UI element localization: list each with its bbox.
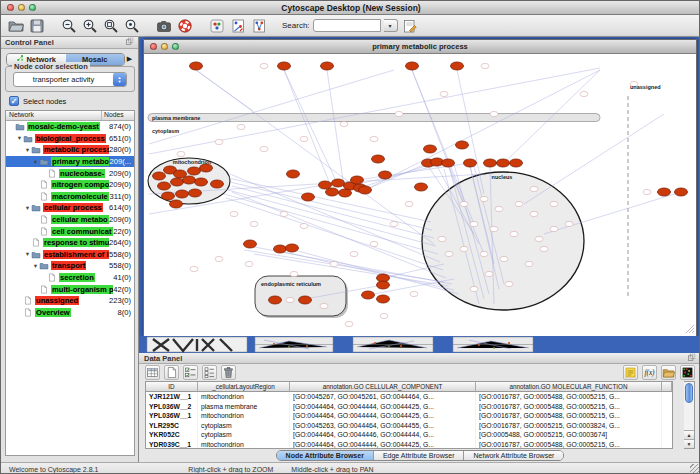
tree-row-secretion[interactable]: secretion41(0)	[6, 272, 134, 284]
node-unselected[interactable]	[500, 256, 508, 261]
table-row[interactable]: YPL036W__1mitochondrion[GO:0044464, GO:0…	[146, 411, 672, 421]
open-file-icon[interactable]	[7, 17, 25, 35]
node-unselected[interactable]	[250, 221, 258, 226]
node-selected[interactable]	[287, 170, 300, 178]
hidden-window-previews[interactable]	[255, 337, 533, 352]
node-unselected[interactable]	[485, 271, 493, 276]
new-attribute-icon[interactable]	[164, 365, 179, 380]
node-unselected[interactable]	[370, 136, 378, 141]
node-selected[interactable]	[372, 155, 385, 163]
node-unselected[interactable]	[177, 151, 185, 156]
node-selected[interactable]	[406, 62, 419, 70]
node-unselected[interactable]	[237, 124, 245, 129]
node-selected[interactable]	[162, 192, 175, 200]
node-unselected[interactable]	[300, 136, 308, 141]
node-selected[interactable]	[377, 281, 390, 289]
node-selected[interactable]	[188, 167, 201, 175]
node-unselected[interactable]	[460, 201, 468, 206]
tree-row-metabolic-process[interactable]: ▼metabolic process280(0)	[6, 144, 134, 156]
canvas-resize-grip[interactable]	[692, 331, 694, 333]
tree-row-mosaic-demo-yeast[interactable]: mosaic-demo-yeast874(0)	[6, 121, 134, 133]
node-selected[interactable]	[339, 189, 352, 197]
node-unselected[interactable]	[643, 189, 651, 194]
tree-row-nucleobase-[interactable]: nucleobase-209(0)	[6, 167, 134, 179]
node-unselected[interactable]	[215, 256, 223, 261]
node-unselected[interactable]	[481, 63, 489, 68]
node-selected[interactable]	[244, 240, 257, 248]
tree-row-multi-organism-pro[interactable]: multi-organism pro42(0)	[6, 283, 134, 295]
edge[interactable]	[196, 70, 253, 111]
node-selected[interactable]	[200, 164, 213, 172]
node-unselected[interactable]	[525, 261, 533, 266]
node-unselected[interactable]	[330, 261, 338, 266]
disclosure-triangle-icon[interactable]: ▼	[24, 251, 31, 257]
edge[interactable]	[350, 163, 448, 186]
table-scrollbar[interactable]: ▲ ▼	[684, 381, 695, 449]
node-unselected[interactable]	[470, 286, 478, 291]
node-color-dropdown[interactable]: transporter activity ▲▼	[13, 72, 127, 87]
node-selected[interactable]	[351, 176, 364, 184]
disclosure-triangle-icon[interactable]: ▼	[16, 135, 23, 141]
node-selected[interactable]	[675, 188, 688, 196]
node-selected[interactable]	[183, 176, 196, 184]
table-row[interactable]: YJR121W__1mitochondrion[GO:0045267, GO:0…	[146, 392, 672, 402]
node-selected[interactable]	[190, 62, 203, 70]
node-unselected[interactable]	[505, 281, 513, 286]
disclosure-triangle-icon[interactable]: ▼	[24, 147, 31, 153]
table-row[interactable]: YLR295Ccytoplasm[GO:0045263, GO:0044464,…	[146, 421, 672, 431]
attribute-table[interactable]: ID_cellularLayoutRegionannotation.GO CEL…	[145, 381, 673, 449]
node-selected[interactable]	[510, 159, 523, 167]
node-unselected[interactable]	[470, 221, 478, 226]
tree-row-cell-communicat[interactable]: cell communicat22(0)	[6, 225, 134, 237]
search-input[interactable]	[313, 19, 381, 32]
node-unselected[interactable]	[445, 251, 453, 256]
node-unselected[interactable]	[515, 201, 523, 206]
tree-row-establishment-of-lo[interactable]: ▼establishment of lo558(0)	[6, 249, 134, 261]
edge[interactable]	[196, 70, 434, 244]
network-view-window[interactable]: primary metabolic process plasma membran…	[143, 39, 697, 337]
import-note-icon[interactable]	[623, 365, 638, 380]
node-unselected[interactable]	[215, 139, 223, 144]
node-selected[interactable]	[332, 179, 345, 187]
node-unselected[interactable]	[230, 211, 238, 216]
tree-row-response-to-stimulu[interactable]: response to stimulu264(0)	[6, 237, 134, 249]
node-unselected[interactable]	[245, 261, 253, 266]
tree-row-primary-metabo[interactable]: ▼primary metabo209(...	[6, 156, 134, 168]
node-unselected[interactable]	[510, 231, 518, 236]
edge[interactable]	[365, 70, 600, 190]
node-unselected[interactable]	[345, 321, 353, 326]
window-resize-grip[interactable]	[690, 464, 700, 474]
node-unselected[interactable]	[395, 111, 403, 116]
node-selected[interactable]	[170, 200, 183, 208]
node-selected[interactable]	[424, 145, 437, 153]
node-unselected[interactable]	[530, 211, 538, 216]
node-selected[interactable]	[484, 159, 497, 167]
plasma-membrane-region[interactable]	[148, 114, 600, 122]
node-unselected[interactable]	[370, 241, 378, 246]
node-unselected[interactable]	[530, 186, 538, 191]
matrix-icon[interactable]	[680, 365, 695, 380]
tree-row-transport[interactable]: ▼transport558(0)	[6, 260, 134, 272]
node-unselected[interactable]	[440, 91, 448, 96]
node-unselected[interactable]	[535, 236, 543, 241]
layout-edges-icon[interactable]	[250, 17, 268, 35]
node-unselected[interactable]	[550, 201, 558, 206]
tree-row-cellular-metabo[interactable]: cellular metabo209(0)	[6, 214, 134, 226]
vizmapper-icon[interactable]	[208, 17, 226, 35]
node-selected[interactable]	[269, 296, 282, 304]
node-selected[interactable]	[274, 245, 287, 253]
network-window-titlebar[interactable]: primary metabolic process	[144, 40, 696, 54]
node-unselected[interactable]	[190, 266, 198, 271]
column-header-2[interactable]: annotation.GO CELLULAR_COMPONENT	[290, 382, 476, 392]
zoom-in-icon[interactable]	[81, 17, 99, 35]
zoom-selected-icon[interactable]	[123, 17, 141, 35]
node-selected[interactable]	[497, 159, 510, 167]
column-header-0[interactable]: ID	[146, 382, 198, 392]
tree-row-cellular-process[interactable]: ▼cellular process614(0)	[6, 202, 134, 214]
tree-row-nitrogen-compo[interactable]: nitrogen compo209(0)	[6, 179, 134, 191]
node-unselected[interactable]	[565, 221, 573, 226]
attribute-table-icon[interactable]	[145, 365, 160, 380]
node-unselected[interactable]	[490, 111, 498, 116]
node-selected[interactable]	[362, 291, 375, 299]
help-icon[interactable]	[176, 17, 194, 35]
